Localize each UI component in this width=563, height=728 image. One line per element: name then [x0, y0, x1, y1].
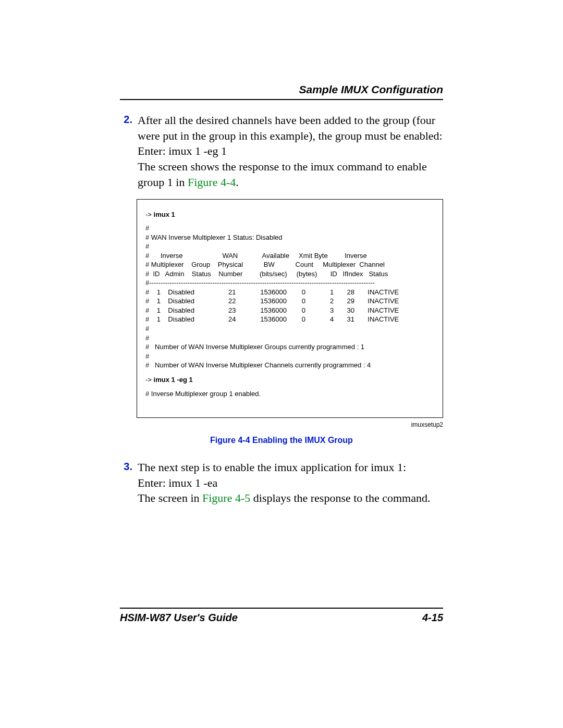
step-3: 3. The next step is to enable the imux a…	[120, 460, 443, 506]
step-3-number: 3.	[120, 460, 132, 506]
step-2: 2. After all the desired channels have b…	[120, 113, 443, 190]
step-3-para2-pre: The screen in	[138, 491, 202, 504]
step-2-cmd: Enter: imux 1 -eg 1	[138, 144, 227, 157]
step-2-para2-post: .	[236, 176, 239, 189]
table-row: # 1 Disabled 23 1536000 0 3 30 INACTIVE	[145, 306, 434, 315]
result-line: # Inverse Multiplexer group 1 enabled.	[145, 389, 434, 399]
page: Sample IMUX Configuration 2. After all t…	[0, 0, 563, 728]
footer-guide-title: HSIM-W87 User's Guide	[120, 612, 238, 624]
table-header: # Inverse WAN Available Xmit Byte Invers…	[145, 251, 434, 288]
figure-4-4-caption: Figure 4-4 Enabling the IMUX Group	[120, 436, 443, 445]
step-2-para2-pre: The screen shows the response to the imu…	[138, 160, 427, 189]
table-row: # 1 Disabled 21 1536000 0 1 28 INACTIVE	[145, 288, 434, 297]
table-row: # 1 Disabled 24 1536000 0 4 31 INACTIVE	[145, 315, 434, 324]
step-3-para2-post: displays the response to the command.	[250, 491, 430, 504]
prompt-1: -> imux 1	[145, 210, 434, 219]
step-3-cmd: Enter: imux 1 -ea	[138, 476, 217, 489]
code-box-label: imuxsetup2	[137, 421, 443, 428]
step-3-para1: The next step is to enable the imux appl…	[138, 461, 406, 474]
prompt-2-pre: ->	[145, 376, 154, 384]
status-block: # # WAN Inverse Multiplexer 1 Status: Di…	[145, 224, 434, 251]
prompt-1-cmd: imux 1	[154, 211, 175, 218]
page-footer: HSIM-W87 User's Guide 4-15	[120, 608, 443, 624]
step-3-body: The next step is to enable the imux appl…	[138, 460, 443, 506]
prompt-2: -> imux 1 -eg 1	[145, 375, 434, 385]
footer-page-number: 4-15	[422, 612, 443, 624]
prompt-1-pre: ->	[145, 211, 154, 218]
prompt-2-cmd: imux 1 -eg 1	[154, 376, 193, 384]
step-2-para1: After all the desired channels have been…	[138, 114, 443, 142]
groups-line: # # # Number of WAN Inverse Multiplexer …	[145, 324, 434, 361]
step-2-body: After all the desired channels have been…	[138, 113, 443, 190]
step-2-number: 2.	[120, 113, 132, 190]
channels-line: # Number of WAN Inverse Multiplexer Chan…	[145, 361, 434, 370]
table-row: # 1 Disabled 22 1536000 0 2 29 INACTIVE	[145, 297, 434, 306]
section-header: Sample IMUX Configuration	[120, 83, 443, 100]
figure-4-4-ref: Figure 4-4	[188, 176, 236, 189]
terminal-output-box: -> imux 1 # # WAN Inverse Multiplexer 1 …	[137, 199, 443, 417]
figure-4-5-ref: Figure 4-5	[202, 491, 250, 504]
